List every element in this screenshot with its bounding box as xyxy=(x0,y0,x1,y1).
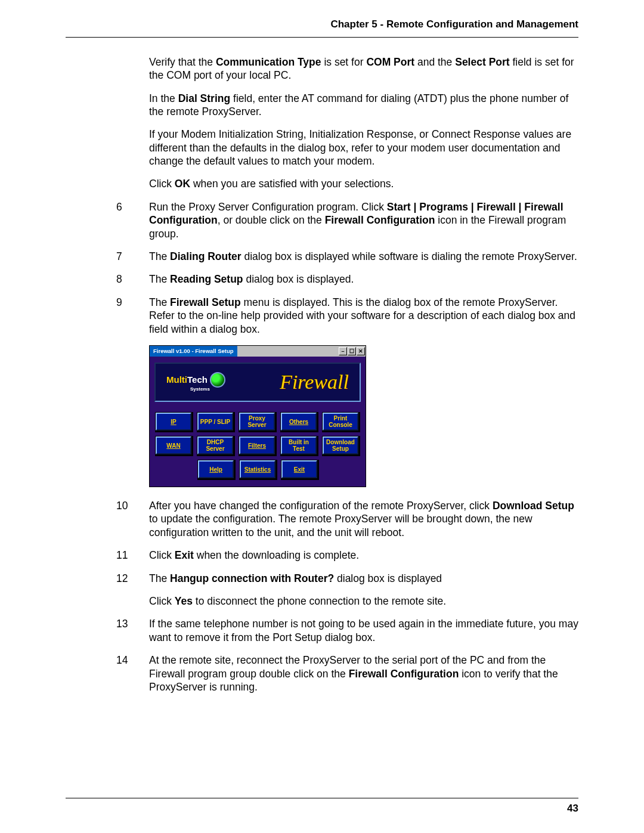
step-10: 10 After you have changed the configurat… xyxy=(116,499,578,539)
banner-title: Firewall xyxy=(280,369,349,395)
step-7: 7 The Dialing Router dialog box is displ… xyxy=(116,250,578,263)
logo-orb-icon xyxy=(210,372,225,388)
builtin-test-button[interactable]: Built in Test xyxy=(281,436,317,454)
close-icon[interactable]: ✕ xyxy=(357,347,365,355)
ip-button[interactable]: IP xyxy=(156,413,191,431)
wan-button[interactable]: WAN xyxy=(156,436,191,454)
ppp-slip-button[interactable]: PPP / SLIP xyxy=(197,413,233,431)
step-6: 6 Run the Proxy Server Configuration pro… xyxy=(116,200,578,240)
header-rule xyxy=(66,37,578,38)
maximize-icon[interactable]: ☐ xyxy=(348,347,356,355)
body-content: Verify that the Communication Type is se… xyxy=(66,55,578,694)
dialog-title: Firewall v1.00 - Firewall Setup xyxy=(150,346,237,357)
intro-para-2: In the Dial String field, enter the AT c… xyxy=(116,92,578,119)
step-number: 7 xyxy=(116,250,149,263)
step-11: 11 Click Exit when the downloading is co… xyxy=(116,549,578,562)
step-9: 9 The Firewall Setup menu is displayed. … xyxy=(116,296,578,336)
statistics-button[interactable]: Statistics xyxy=(240,460,275,478)
step-8: 8 The Reading Setup dialog box is displa… xyxy=(116,272,578,286)
step-12: 12 The Hangup connection with Router? di… xyxy=(116,572,578,608)
exit-button[interactable]: Exit xyxy=(281,460,317,478)
dhcp-server-button[interactable]: DHCP Server xyxy=(197,436,233,454)
document-page: Chapter 5 - Remote Configuration and Man… xyxy=(0,0,644,833)
minimize-icon[interactable]: – xyxy=(339,347,347,355)
dialog-banner: MultiTech Systems Firewall xyxy=(154,363,361,402)
footer-rule xyxy=(66,798,578,798)
intro-para-3: If your Modem Initialization String, Ini… xyxy=(116,128,578,168)
page-number: 43 xyxy=(66,802,578,815)
download-setup-button[interactable]: Download Setup xyxy=(323,436,358,454)
filters-button[interactable]: Filters xyxy=(239,436,275,454)
others-button[interactable]: Others xyxy=(281,413,317,431)
step-number: 14 xyxy=(116,654,149,693)
step-number: 6 xyxy=(116,200,149,240)
step-number: 12 xyxy=(116,572,149,608)
step-13: 13 If the same telephone number is not g… xyxy=(116,617,578,644)
dialog-titlebar: Firewall v1.00 - Firewall Setup – ☐ ✕ xyxy=(150,346,366,357)
help-button[interactable]: Help xyxy=(198,460,234,478)
intro-para-4: Click OK when you are satisfied with you… xyxy=(116,177,578,190)
print-console-button[interactable]: Print Console xyxy=(323,413,358,431)
page-header: Chapter 5 - Remote Configuration and Man… xyxy=(66,18,578,37)
proxy-server-button[interactable]: Proxy Server xyxy=(239,413,275,431)
step-number: 11 xyxy=(116,549,149,562)
step-14: 14 At the remote site, reconnect the Pro… xyxy=(116,654,578,693)
step-number: 9 xyxy=(116,296,149,336)
firewall-setup-dialog: Firewall v1.00 - Firewall Setup – ☐ ✕ Mu… xyxy=(149,345,366,487)
step-number: 13 xyxy=(116,617,149,644)
intro-para-1: Verify that the Communication Type is se… xyxy=(116,55,578,82)
step-number: 10 xyxy=(116,499,149,539)
step-number: 8 xyxy=(116,272,149,286)
